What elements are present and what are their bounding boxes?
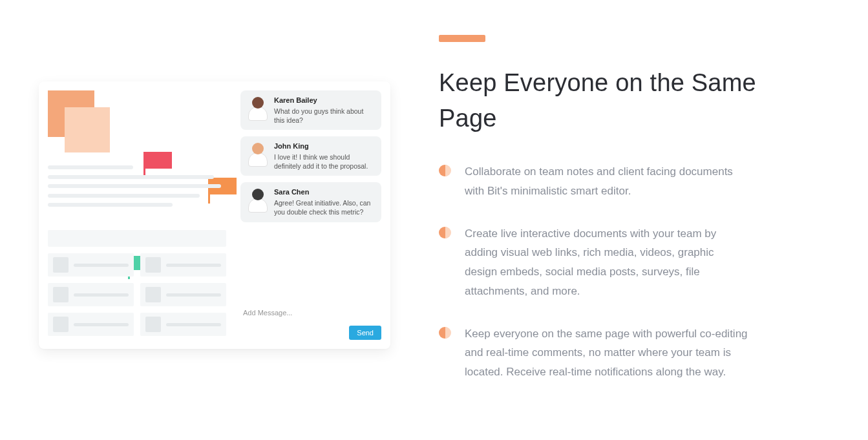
content-grid [48,253,226,336]
accent-bar [439,35,485,42]
chat-message-name: Karen Bailey [274,96,375,105]
chat-message: John King I love it! I think we should d… [240,136,381,176]
bullet-icon [439,227,450,238]
benefit-item: Collaborate on team notes and client fac… [439,162,810,201]
text-lines [48,165,226,213]
image-block-overlay [65,107,110,152]
benefit-item: Create live interactive documents with y… [439,224,810,301]
chat-input[interactable]: Add Message... [240,305,381,320]
chat-input-area: Add Message... Send [240,305,381,340]
section-title: Keep Everyone on the Same Page [439,65,810,136]
avatar [247,96,269,121]
avatar [247,187,269,213]
chat-message-text: I love it! I think we should definitely … [274,152,375,171]
benefit-text: Collaborate on team notes and client fac… [465,162,749,201]
collaboration-mockup: Karen Bailey What do you guys think abou… [39,81,390,349]
benefits-list: Collaborate on team notes and client fac… [439,162,810,382]
content-column: Keep Everyone on the Same Page Collabora… [439,26,810,405]
chat-panel: Karen Bailey What do you guys think abou… [240,90,381,340]
chat-message-text: Agree! Great initiative. Also, can you d… [274,198,375,216]
content-block [48,230,226,247]
chat-message-name: Sara Chen [274,187,375,197]
chat-message-name: John King [274,141,375,151]
benefit-item: Keep everyone on the same page with powe… [439,324,810,382]
document-preview [48,90,233,340]
chat-message-text: What do you guys think about this idea? [274,107,375,125]
bullet-icon [439,165,450,176]
avatar [247,141,269,167]
chat-message: Sara Chen Agree! Great initiative. Also,… [240,182,381,222]
benefit-text: Create live interactive documents with y… [465,224,749,301]
send-button[interactable]: Send [349,326,381,340]
chat-message: Karen Bailey What do you guys think abou… [240,90,381,130]
bullet-icon [439,327,450,339]
benefit-text: Keep everyone on the same page with powe… [465,324,749,382]
